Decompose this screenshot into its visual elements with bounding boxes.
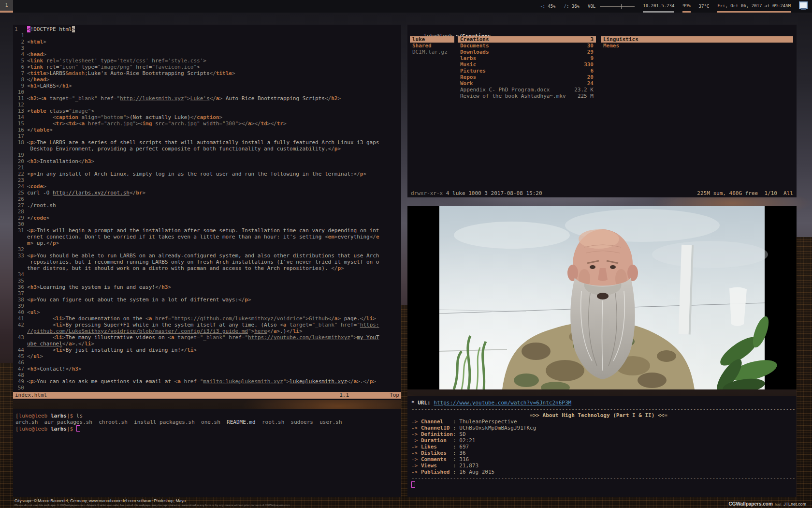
ranger-window[interactable]: luke@leeb ~/Creations lukeSharedDCIM.tar… xyxy=(407,25,797,197)
text-line: -> Channel : ThuleanPerspective xyxy=(411,418,797,425)
text-line: 30 xyxy=(14,221,401,227)
text-line: Pictures6 xyxy=(458,68,596,74)
vim-cursor-position: 1,1 xyxy=(339,392,349,399)
text-line: ~: 45% xyxy=(540,0,556,13)
wallpaper-building xyxy=(0,363,13,508)
text-line: 19 xyxy=(14,152,401,158)
text-line: VOL xyxy=(588,0,635,13)
vim-scroll-position: Top xyxy=(390,392,399,399)
text-line: 35 xyxy=(14,278,401,284)
text-line: 1<!DOCTYPE html> xyxy=(14,26,401,32)
editor-buffer: 1<!DOCTYPE html>12<html>34<head>5<link r… xyxy=(13,25,401,391)
text-line: 14 <caption align="bottom">(Not actually… xyxy=(14,114,401,120)
video-info-terminal[interactable]: * URL: https://www.youtube.com/watch?v=6… xyxy=(407,396,797,497)
text-line: ube channel</a>.</li> xyxy=(14,341,401,347)
text-line: [luke@leeb larbs]$ xyxy=(15,425,401,432)
wallpaper-host: JTLnet.com xyxy=(783,502,806,507)
text-line: [luke@leeb larbs]$ ls xyxy=(15,413,401,419)
text-line: 6<link rel="icon" type="image/png" href=… xyxy=(14,64,401,70)
text-line: 27./root.sh xyxy=(14,202,401,209)
wallpaper-site: CGWallpapers.com xyxy=(729,501,773,507)
text-line: =>> About High Technology (Part I & II) … xyxy=(411,412,797,418)
text-line: 22<p>In any install of Arch Linux, simpl… xyxy=(14,171,401,177)
workspace-indicator[interactable]: 1 xyxy=(0,0,13,11)
text-line: 10 xyxy=(14,89,401,95)
text-line: larbs9 xyxy=(458,55,596,61)
text-line: 47<h3>Contact!</h3> xyxy=(14,366,401,372)
text-line: * URL: https://www.youtube.com/watch?v=6… xyxy=(411,400,797,406)
text-line: 37°C xyxy=(699,0,710,13)
wallpaper-credit-line1: Cityscape © Marco Bauriedel, Germany, ww… xyxy=(14,499,290,503)
ranger-parent-column[interactable]: lukeSharedDCIM.tar.gz xyxy=(410,36,454,55)
text-line: Music330 xyxy=(458,61,596,68)
text-line: 37 xyxy=(14,290,401,297)
text-line: 99% xyxy=(682,0,690,13)
text-line: 1 xyxy=(14,32,401,39)
text-line: ----------------------------------------… xyxy=(411,475,797,481)
text-line: Documents30 xyxy=(458,43,596,49)
vim-statusline: index.html 1,1 Top xyxy=(13,392,401,399)
wallpaper-building xyxy=(401,305,407,508)
text-line: Fri, Oct 06, 2017 at 09:24AM xyxy=(717,0,791,13)
video-player-window[interactable] xyxy=(407,206,797,389)
text-line: -> Published : 16 Aug 2015 xyxy=(411,469,797,475)
text-line: -> Likes : 697 xyxy=(411,444,797,450)
text-line: 42 <li>By pressing Super+F1 while in the… xyxy=(14,322,401,328)
text-line: 28 xyxy=(14,209,401,215)
wallpaper-credit-right: CGWallpapers.com host JTLnet.com xyxy=(729,499,807,508)
wallpaper-credit-fineprint: Please do not use this wallpaper © CGWal… xyxy=(14,503,290,508)
text-line: 31<p>This will begin a prompt and the in… xyxy=(14,227,401,234)
text-line: 23 xyxy=(14,177,401,183)
text-line: 20<h3>Installation</h3> xyxy=(14,158,401,164)
text-line: 49<p>You can also ask me questions via e… xyxy=(14,378,401,385)
ranger-disk-info: 225M sum, 460G free 1/10 All xyxy=(697,190,793,196)
text-line: ----------------------------------------… xyxy=(411,406,797,412)
wallpaper-credit-left: Cityscape © Marco Bauriedel, Germany, ww… xyxy=(14,499,290,508)
text-line: 13<table class="image"> xyxy=(14,108,401,114)
text-line: 17 xyxy=(14,133,401,139)
text-line: 10.201.5.234 xyxy=(643,0,674,13)
monitor-stand-shape xyxy=(801,8,806,10)
text-line: 39 xyxy=(14,303,401,309)
text-line: 33<p>You should be able to run LARBS on … xyxy=(14,253,401,259)
text-line: 3 xyxy=(14,45,401,51)
text-line: 44 <li>By just installing it and diving … xyxy=(14,347,401,353)
shell-terminal-window[interactable]: [luke@leeb larbs]$ lsarch.sh aur_package… xyxy=(13,409,401,497)
text-line: -> ChannelID : UChBsOxskMpDmBAsgJ91fKcg xyxy=(411,425,797,431)
text-line: 29</code> xyxy=(14,215,401,221)
text-line: 11<h2><a target="_blank" href="http://lu… xyxy=(14,95,401,102)
ranger-preview-column[interactable]: LinguisticsMemes xyxy=(601,36,793,49)
text-line: 2<html> xyxy=(14,39,401,45)
text-line: Shared xyxy=(410,43,454,49)
text-line: 18<p>The LARBS are a series of shell scr… xyxy=(14,139,401,146)
text-line: 12 xyxy=(14,102,401,108)
text-line: 43 <li>The many illustrative videos on <… xyxy=(14,334,401,341)
text-line: 9<h1>LARBS</h1> xyxy=(14,83,401,89)
text-line: 32 xyxy=(14,246,401,253)
text-line: Memes xyxy=(601,43,793,49)
text-line: 8</head> xyxy=(14,76,401,83)
text-line: 24<code> xyxy=(14,183,401,190)
text-line: DCIM.tar.gz xyxy=(410,49,454,55)
text-line xyxy=(411,481,797,488)
editor-window[interactable]: 1<!DOCTYPE html>12<html>34<head>5<link r… xyxy=(13,25,401,400)
workspace-underline xyxy=(0,11,13,13)
text-line: Linguistics xyxy=(601,36,793,43)
text-line: -> Comments : 316 xyxy=(411,456,797,463)
wallpaper-building xyxy=(797,237,812,508)
text-line: 25curl -O http://larbs.xyz/root.sh</br> xyxy=(14,190,401,196)
text-line: m> up.</p> xyxy=(14,240,401,246)
desktop: { "bar": { "workspace": "1", "status_ite… xyxy=(0,0,812,508)
text-line: Work24 xyxy=(458,80,596,87)
text-line: 26 xyxy=(14,196,401,202)
text-line: 21 xyxy=(14,164,401,171)
workspace-number: 1 xyxy=(5,2,8,8)
wallpaper-host-label: host xyxy=(775,503,781,506)
tray-monitor-icon[interactable] xyxy=(799,1,808,11)
text-line: 50 xyxy=(14,385,401,391)
text-line: 38<p>You can figure out about the system… xyxy=(14,297,401,303)
text-line: 15 <tr><td><a href="arch.jpg"><img src="… xyxy=(14,120,401,127)
video-frame xyxy=(407,206,797,389)
ranger-current-column[interactable]: Creations3Documents30Downloads29larbs9Mu… xyxy=(458,36,596,99)
text-line: 16</table> xyxy=(14,127,401,133)
